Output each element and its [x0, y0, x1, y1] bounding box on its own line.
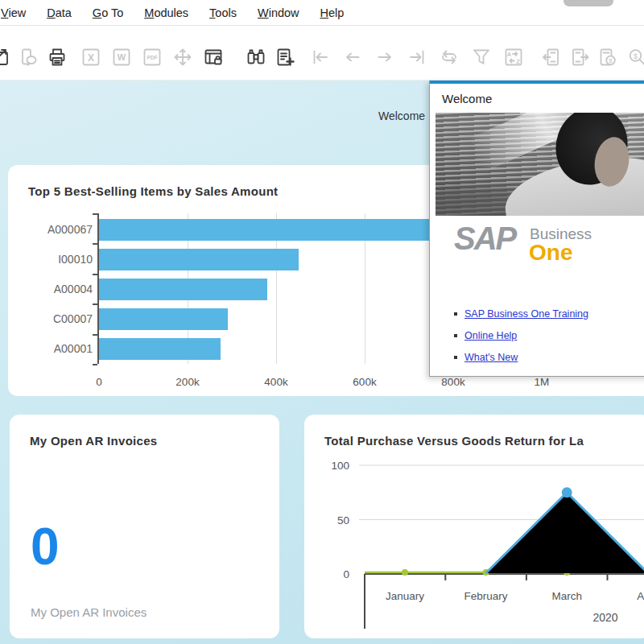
- line-y-tick-label: 100: [331, 460, 349, 472]
- menu-item-help[interactable]: Help: [310, 6, 355, 19]
- line-month-label: February: [464, 590, 508, 602]
- total-purchase-point: [562, 487, 572, 497]
- bar-y-axis-tick: [93, 364, 97, 365]
- messages-icon[interactable]: [18, 47, 39, 68]
- bar-category-label: I00010: [8, 253, 93, 266]
- svg-text:Z: Z: [516, 57, 520, 64]
- bar-A00001: [99, 338, 221, 360]
- export-excel-icon[interactable]: X: [80, 47, 101, 68]
- bar-category-label: A000067: [8, 223, 93, 236]
- export-pdf-icon[interactable]: PDF: [142, 47, 163, 68]
- svg-text:X: X: [88, 52, 94, 63]
- kpi-title: My Open AR Invoices: [30, 434, 158, 448]
- bullet-icon: [454, 356, 457, 359]
- bar-category-label: C00007: [8, 312, 93, 325]
- svg-text:PDF: PDF: [147, 55, 158, 60]
- svg-text:W: W: [118, 52, 126, 62]
- bar-y-axis-tick: [93, 274, 97, 275]
- refresh-icon[interactable]: [439, 47, 460, 68]
- bar-x-tick-label: 200k: [163, 376, 212, 388]
- line-month-label: April: [637, 590, 644, 602]
- partial-document-icon[interactable]: [0, 47, 11, 68]
- sort-icon[interactable]: AZ: [503, 47, 524, 68]
- svg-text:$: $: [634, 52, 638, 60]
- bar-I00010: [99, 249, 299, 270]
- find-icon[interactable]: [246, 47, 266, 68]
- line-month-label: March: [551, 590, 582, 602]
- menu-item-view[interactable]: View: [0, 6, 36, 19]
- line-year-label: 2020: [592, 611, 617, 624]
- bar-A000067: [99, 219, 431, 241]
- dialog-accent-bar: [430, 80, 644, 84]
- bar-category-label: A00001: [8, 342, 93, 355]
- next-record-icon[interactable]: [374, 47, 395, 68]
- welcome-link-row: Online Help: [454, 330, 588, 341]
- window-grip: [564, 0, 613, 6]
- bar-x-tick-label: 600k: [341, 376, 389, 388]
- previous-record-icon[interactable]: [342, 47, 363, 68]
- lock-screen-icon[interactable]: [203, 47, 224, 68]
- next-document-icon[interactable]: [569, 47, 590, 68]
- line-month-label: January: [386, 590, 424, 602]
- sap-logo: SAP: [454, 222, 515, 254]
- welcome-link-row: What's New: [454, 352, 588, 363]
- export-word-icon[interactable]: W: [111, 47, 132, 68]
- bar-category-label: A00004: [8, 283, 93, 295]
- kpi-caption: My Open AR Invoices: [31, 605, 147, 619]
- first-record-icon[interactable]: [310, 47, 331, 68]
- bar-A00004: [99, 279, 267, 300]
- bar-y-axis-tick: [93, 303, 97, 305]
- previous-document-icon[interactable]: [541, 47, 562, 68]
- welcome-photo: [436, 113, 644, 216]
- move-icon[interactable]: [172, 47, 193, 68]
- welcome-dialog: Welcome SAP Business One SAP Business On…: [429, 80, 644, 377]
- toolbar: XWPDFAZ$$: [0, 26, 644, 80]
- bar-y-axis-tick: [93, 243, 97, 245]
- line-y-tick-label: 50: [337, 514, 349, 526]
- menu-item-modules[interactable]: Modules: [134, 6, 199, 19]
- bar-x-tick-label: 1M: [518, 376, 566, 388]
- desktop: Welcome Top 5 Best-Selling Items by Sale…: [0, 80, 644, 644]
- print-icon[interactable]: [47, 47, 68, 68]
- last-record-icon[interactable]: [407, 47, 427, 68]
- base-price-icon[interactable]: $: [626, 47, 644, 68]
- menu-item-tools[interactable]: Tools: [199, 6, 247, 19]
- filter-icon[interactable]: [471, 47, 492, 68]
- goods-return-point: [402, 569, 408, 576]
- welcome-dialog-title: Welcome: [442, 92, 492, 105]
- bar-x-tick-label: 400k: [252, 376, 300, 388]
- bar-y-axis-tick: [93, 213, 97, 215]
- menu-bar: ViewDataGo ToModulesToolsWindowHelp: [0, 0, 644, 26]
- welcome-link-what-s-new[interactable]: What's New: [464, 352, 518, 363]
- add-record-icon[interactable]: [275, 47, 295, 68]
- welcome-links: SAP Business One TrainingOnline HelpWhat…: [454, 308, 588, 374]
- bar-x-tick-label: 0: [75, 376, 123, 388]
- bullet-icon: [454, 312, 457, 316]
- svg-text:$: $: [609, 57, 613, 64]
- bar-x-tick-label: 800k: [429, 376, 477, 388]
- line-chart: 050100JanuaryFebruaryMarchApril2020: [304, 415, 644, 638]
- app-window: ViewDataGo ToModulesToolsWindowHelp XWPD…: [0, 0, 644, 644]
- bar-y-axis-tick: [93, 334, 97, 336]
- welcome-link-online-help[interactable]: Online Help: [464, 330, 517, 341]
- bar-C00007: [99, 308, 228, 330]
- line-y-tick-label: 0: [343, 568, 349, 580]
- svg-text:A: A: [507, 51, 512, 58]
- kpi-panel: My Open AR Invoices 0 My Open AR Invoice…: [10, 415, 279, 638]
- menu-item-data[interactable]: Data: [36, 6, 82, 19]
- gross-profit-icon[interactable]: $: [597, 47, 618, 68]
- purchase-vs-return-panel: Total Purchase Versus Goods Return for L…: [304, 415, 644, 638]
- bullet-icon: [454, 334, 457, 337]
- menu-item-go-to[interactable]: Go To: [82, 6, 134, 19]
- welcome-link-sap-business-one-training[interactable]: SAP Business One Training: [464, 308, 588, 320]
- desktop-welcome-text: Welcome: [378, 109, 425, 122]
- sap-logo-one: One: [529, 242, 572, 264]
- menu-item-window[interactable]: Window: [247, 6, 310, 19]
- welcome-link-row: SAP Business One Training: [454, 308, 588, 320]
- kpi-value: 0: [31, 521, 60, 572]
- series-total-purchase-line: [486, 493, 644, 573]
